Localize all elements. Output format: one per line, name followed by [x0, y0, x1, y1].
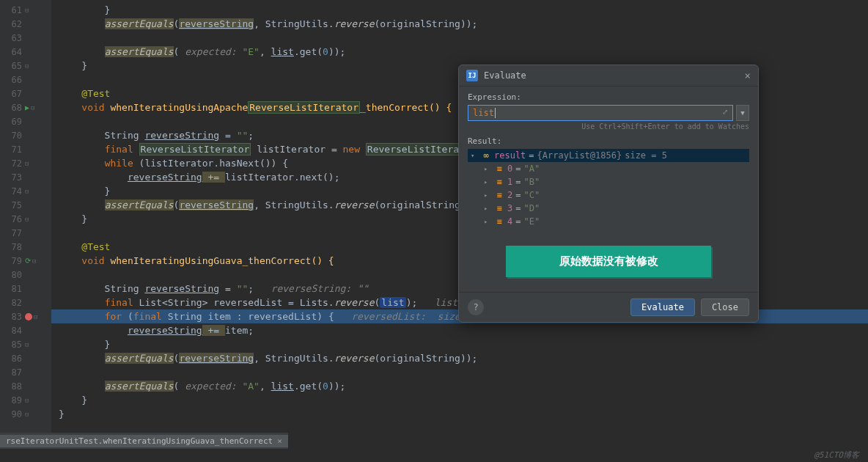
element-icon: ≡	[494, 164, 504, 174]
evaluate-dialog: IJ Evaluate × Expression: list⤢ ▼ Use Ct…	[458, 65, 759, 323]
object-icon: ∞	[481, 150, 491, 161]
fold-icon[interactable]: ⊟	[25, 216, 29, 223]
close-icon[interactable]: ×	[277, 436, 282, 446]
evaluate-button[interactable]: Evaluate	[630, 298, 695, 316]
tree-item[interactable]: ▸≡0 = "A"	[468, 162, 749, 175]
chevron-right-icon[interactable]: ▸	[484, 165, 491, 172]
close-icon[interactable]: ×	[745, 70, 751, 81]
dropdown-icon[interactable]: ▼	[736, 105, 749, 121]
watermark: @51CTO博客	[814, 450, 859, 461]
chevron-right-icon[interactable]: ▸	[484, 178, 491, 186]
fold-icon[interactable]: ⊟	[25, 411, 29, 418]
element-icon: ≡	[494, 177, 504, 187]
run-icon[interactable]: ▶	[25, 103, 29, 111]
tab-bar: rseIteratorUnitTest.whenIteratingUsingGu…	[0, 433, 288, 449]
fold-icon[interactable]: ⊟	[31, 104, 34, 111]
code-line: assertEquals(reverseString, StringUtils.…	[51, 351, 868, 365]
chevron-right-icon[interactable]: ▸	[484, 191, 491, 199]
dialog-titlebar[interactable]: IJ Evaluate ×	[459, 65, 758, 87]
fold-icon[interactable]: ⊟	[34, 313, 37, 320]
fold-icon[interactable]: ⊟	[25, 188, 29, 195]
expression-input[interactable]: list⤢	[468, 105, 733, 121]
chevron-down-icon[interactable]: ▾	[471, 152, 478, 159]
code-line: assertEquals( expected: "A", list.get(0)…	[51, 379, 868, 393]
tree-root[interactable]: ▾ ∞ result = {ArrayList@1856} size = 5	[468, 149, 749, 162]
tab-test-method[interactable]: rseIteratorUnitTest.whenIteratingUsingGu…	[0, 435, 288, 447]
callout-banner: 原始数据没有被修改	[506, 246, 711, 277]
code-line: }	[51, 393, 868, 407]
expand-icon[interactable]: ⤢	[722, 108, 728, 116]
help-button[interactable]: ?	[468, 299, 484, 315]
code-line: }	[51, 407, 868, 421]
tree-item[interactable]: ▸≡3 = "D"	[468, 202, 749, 215]
code-line: assertEquals( expected: "E", list.get(0)…	[51, 45, 868, 59]
result-label: Result:	[468, 136, 749, 146]
intellij-icon: IJ	[466, 70, 478, 81]
result-tree[interactable]: ▾ ∞ result = {ArrayList@1856} size = 5 ▸…	[468, 149, 749, 237]
fold-icon[interactable]: ⊟	[32, 257, 36, 265]
dialog-title: Evaluate	[484, 70, 745, 81]
code-line: reverseString += item;	[51, 323, 868, 337]
fold-icon[interactable]: ⊟	[25, 397, 29, 404]
tab-label: rseIteratorUnitTest.whenIteratingUsingGu…	[6, 436, 273, 446]
code-line: }	[51, 3, 868, 17]
element-icon: ≡	[494, 190, 504, 200]
fold-icon[interactable]: ⊟	[25, 7, 29, 14]
tree-item[interactable]: ▸≡2 = "C"	[468, 188, 749, 202]
fold-icon[interactable]: ⊟	[25, 62, 29, 70]
tree-item[interactable]: ▸≡1 = "B"	[468, 175, 749, 188]
expression-label: Expression:	[468, 92, 749, 102]
gutter: 61⊟62636465⊟666768▶⊟69707172⊟7374⊟7576⊟7…	[0, 0, 51, 433]
tree-item[interactable]: ▸≡4 = "E"	[468, 215, 749, 228]
hint-text: Use Ctrl+Shift+Enter to add to Watches	[468, 122, 749, 131]
close-button[interactable]: Close	[701, 298, 749, 316]
code-line	[51, 31, 868, 45]
code-line: }	[51, 337, 868, 351]
override-icon: ⟳	[25, 257, 31, 265]
code-line: assertEquals(reverseString, StringUtils.…	[51, 17, 868, 31]
breakpoint-icon[interactable]	[25, 313, 32, 320]
element-icon: ≡	[494, 203, 504, 213]
element-icon: ≡	[494, 216, 504, 227]
code-line	[51, 365, 868, 379]
chevron-right-icon[interactable]: ▸	[484, 205, 491, 212]
chevron-right-icon[interactable]: ▸	[484, 218, 491, 225]
fold-icon[interactable]: ⊟	[25, 160, 29, 167]
fold-icon[interactable]: ⊟	[25, 341, 29, 348]
